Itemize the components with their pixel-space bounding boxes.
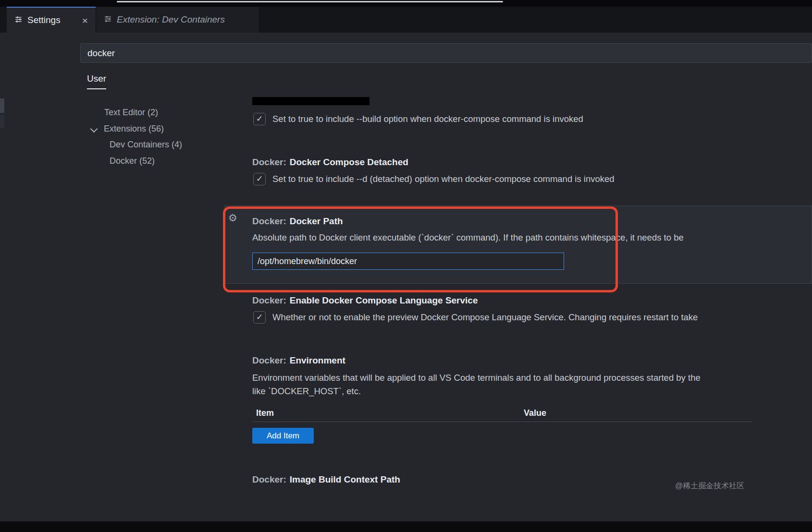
compose-detached-description: Set to true to include --d (detached) op… — [272, 173, 812, 185]
setting-title-compose-language-service: Docker:Enable Docker Compose Language Se… — [252, 294, 478, 307]
tab-extension-label: Extension: Dev Containers — [117, 14, 225, 25]
redacted-heading-bar — [252, 97, 369, 105]
compose-language-service-description: Whether or not to enable the preview Doc… — [272, 311, 812, 324]
environment-table-divider — [252, 422, 752, 422]
docker-path-input[interactable] — [252, 253, 564, 270]
tab-extension-dev-containers[interactable]: Extension: Dev Containers — [96, 7, 259, 33]
scope-tab-user[interactable]: User — [87, 73, 106, 89]
settings-editor-icon — [104, 15, 112, 25]
toc-item-dev-containers[interactable]: Dev Containers (4) — [110, 140, 182, 150]
environment-table-header-item: Item — [256, 408, 274, 418]
left-edge-notch — [0, 98, 4, 113]
setting-category: Docker: — [252, 157, 286, 167]
setting-title-environment: Docker:Environment — [252, 354, 345, 367]
toc-item-extensions[interactable]: Extensions (56) — [104, 124, 164, 134]
setting-title-compose-detached: Docker:Docker Compose Detached — [252, 156, 408, 169]
settings-editor-icon — [14, 15, 23, 25]
environment-description-line1: Environment variables that will be appli… — [252, 373, 811, 383]
gear-icon[interactable]: ⚙ — [228, 212, 237, 224]
setting-name: Docker Path — [290, 216, 343, 226]
window-top-line — [117, 1, 503, 2]
chevron-down-icon[interactable] — [90, 125, 98, 133]
setting-title-image-build-context-path: Docker:Image Build Context Path — [252, 473, 400, 486]
environment-description-line2: like `DOCKER_HOST`, etc. — [252, 386, 811, 397]
compose-detached-checkbox[interactable]: ✓ — [253, 173, 266, 185]
editor-tab-strip: Settings × Extension: Dev Containers — [0, 7, 812, 33]
setting-category: Docker: — [252, 295, 286, 305]
setting-title-docker-path: Docker:Docker Path — [252, 215, 343, 228]
setting-name: Enable Docker Compose Language Service — [290, 295, 478, 305]
setting-category: Docker: — [252, 355, 286, 365]
compose-build-checkbox[interactable]: ✓ — [253, 113, 266, 125]
settings-editor: Settings × Extension: Dev Containers Use… — [0, 0, 812, 532]
setting-name: Environment — [290, 355, 345, 365]
setting-category: Docker: — [252, 474, 286, 484]
setting-name: Docker Compose Detached — [290, 157, 408, 167]
left-edge-notch — [0, 115, 4, 128]
docker-path-description: Absolute path to Docker client executabl… — [252, 232, 811, 243]
compose-language-service-checkbox[interactable]: ✓ — [253, 311, 266, 324]
compose-build-description: Set to true to include --build option wh… — [272, 113, 812, 125]
setting-name: Image Build Context Path — [290, 474, 400, 484]
window-top-bar — [0, 0, 812, 7]
close-icon[interactable]: × — [82, 15, 88, 25]
add-item-button[interactable]: Add Item — [252, 428, 314, 444]
toc-item-docker[interactable]: Docker (52) — [110, 156, 155, 166]
tab-settings-label: Settings — [27, 15, 61, 25]
tab-settings[interactable]: Settings × — [7, 7, 96, 33]
environment-table-header-value: Value — [524, 408, 546, 418]
settings-search-input[interactable] — [80, 43, 812, 63]
toc-item-text-editor[interactable]: Text Editor (2) — [104, 108, 158, 118]
watermark-text: @稀土掘金技术社区 — [675, 481, 744, 491]
window-bottom-bar — [0, 521, 812, 532]
setting-category: Docker: — [252, 216, 286, 226]
